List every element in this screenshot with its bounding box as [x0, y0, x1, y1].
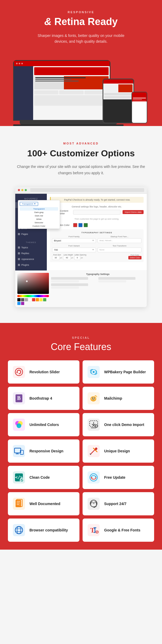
font-size-label: Font Size — [52, 254, 62, 256]
svg-rect-48 — [17, 501, 21, 501]
hue-slider[interactable] — [17, 295, 49, 297]
font-variant-select[interactable]: 700 ▼ — [52, 248, 96, 252]
font-family-label: Font Family — [52, 235, 96, 238]
svg-point-56 — [93, 502, 95, 504]
fallback-font-select[interactable]: Arial, Helveti... — [98, 238, 141, 243]
swatch-yellow[interactable] — [39, 298, 43, 301]
line-height-input[interactable]: 42 — [63, 256, 70, 260]
text-transform-select[interactable]: None — [98, 248, 141, 252]
svg-text:S: S — [96, 531, 98, 534]
well-documented-icon-wrap — [12, 497, 26, 511]
swatch-gray[interactable] — [21, 298, 24, 301]
swatch-black[interactable] — [17, 298, 21, 301]
hero-sublabel: RESPONSIVE — [11, 11, 151, 14]
select-color-button[interactable]: Select Color — [128, 256, 141, 259]
color-picker-section: Typography Settings — [15, 270, 147, 307]
hero-description: Sharper images & fonts, better quality o… — [31, 33, 131, 45]
text-transform-label: Text Transform — [98, 245, 141, 247]
window-expand-dot — [25, 189, 27, 191]
option-skincolor[interactable]: Skincolor — [47, 221, 58, 224]
fallback-font-label: Startup Font Fam... — [98, 235, 141, 238]
browser-compat-icon — [13, 524, 25, 536]
feature-card-unique-design: Unique Design — [83, 439, 154, 463]
browser-compat-icon-wrap — [12, 523, 26, 537]
option-white[interactable]: White — [47, 217, 58, 221]
font-size-input[interactable]: 32 — [52, 256, 59, 260]
option-dark-red[interactable]: Dark-red — [47, 214, 58, 217]
letter-spacing-unit: px — [81, 256, 83, 259]
option-transparent[interactable]: Transparent — [47, 207, 58, 211]
option-dark-gray[interactable]: Dark-gray — [47, 211, 58, 214]
swatch-red[interactable] — [73, 223, 77, 227]
line-height-group: Line Height 42 px — [63, 254, 73, 260]
demo-import-title: One click Demo Import — [104, 422, 144, 427]
import-button[interactable]: Import Demo data — [123, 210, 144, 214]
line-height-label: Line Height — [63, 254, 73, 256]
swatch-orange[interactable] — [36, 298, 39, 301]
revolution-slider-icon-wrap — [12, 365, 26, 379]
svg-rect-49 — [17, 502, 20, 503]
sidebar-item-appearance[interactable]: Appearance — [15, 256, 47, 262]
fallback-font-field: Startup Font Fam... Arial, Helveti... — [98, 235, 141, 243]
support-title: Support 24/7 — [104, 501, 126, 506]
select-color-btn-wrap: Font Color Select Color — [128, 254, 141, 259]
browser-compat-title: Browser compatibility — [29, 528, 68, 532]
wpbakery-icon-wrap — [87, 365, 100, 379]
dropdown-list: Transparent Dark-gray Dark-red White Ski… — [47, 206, 60, 229]
color-saturation-area[interactable] — [17, 273, 49, 294]
typography-settings-panel: Typography Settings — [51, 273, 145, 290]
font-color-label: Font Color — [128, 254, 141, 256]
option-custom-color[interactable]: Custom Color — [47, 224, 58, 228]
swatch-white-small[interactable] — [28, 298, 32, 301]
customizer-help-text: Then customize the page to get up and ru… — [50, 217, 144, 221]
svg-point-19 — [17, 423, 21, 428]
swatch-blue[interactable] — [78, 223, 83, 227]
replies-icon — [18, 252, 20, 254]
font-variant-row: Font Variant 700 ▼ Text Transform None — [52, 245, 141, 252]
svg-text:B: B — [17, 395, 21, 401]
revolution-slider-icon — [13, 366, 25, 378]
feature-card-free-update: Free Update — [83, 466, 154, 489]
topics-icon — [18, 246, 20, 249]
color-picker-widget — [17, 273, 49, 305]
skin-color-row: Select Skin Color — [50, 223, 144, 227]
font-family-field: Font Family Biryani ▼ — [52, 235, 96, 243]
responsive-design-icon-wrap — [12, 444, 26, 458]
dropdown-arrow: ▼ — [92, 239, 94, 242]
typography-label: Typography Settings — [52, 231, 141, 234]
line-height-unit: px — [71, 256, 73, 259]
svg-point-15 — [96, 396, 97, 397]
svg-rect-53 — [90, 503, 91, 505]
feature-card-bootstrap: B Boothstrap 4 — [8, 387, 79, 410]
letter-spacing-input[interactable]: 0 — [74, 256, 80, 260]
blog-settings-item — [51, 277, 97, 282]
wpbakery-title: WPBakery Page Builder — [104, 370, 146, 374]
swatch-red2[interactable] — [32, 298, 35, 301]
demo-import-icon-wrap — [87, 418, 100, 432]
font-size-group: Font Size 32 px — [52, 254, 62, 260]
sidebar-item-plugins[interactable]: Plugins — [15, 262, 47, 268]
google-fonts-icon: T S — [88, 524, 100, 536]
clean-code-title: Clean Code — [29, 475, 50, 480]
feature-card-revolution-slider: Revolution Slider — [8, 360, 79, 384]
swatch-purple[interactable] — [21, 302, 24, 305]
unlimited-colors-icon-wrap — [12, 418, 26, 432]
customizer-preview: MoverEz Options Posts Events Media — [15, 187, 147, 307]
color-swatches-row — [17, 298, 49, 305]
svg-rect-38 — [88, 471, 100, 483]
sidebar-item-replies[interactable]: Replies — [15, 250, 47, 256]
swatch-green[interactable] — [84, 223, 88, 227]
service-label-bar — [51, 283, 88, 286]
font-family-select[interactable]: Biryani ▼ — [52, 238, 96, 243]
content-importer-input[interactable] — [73, 210, 120, 215]
feature-card-google-fonts: T S Google & Free Fonts — [83, 519, 154, 542]
free-update-icon-wrap — [87, 471, 100, 484]
revolution-slider-title: Revolution Slider — [29, 370, 60, 374]
bootstrap-icon: B — [13, 392, 25, 404]
sidebar-item-topics[interactable]: Topics — [15, 245, 47, 250]
swatch-green[interactable] — [43, 298, 46, 301]
sidebar-item-pages[interactable]: Pages — [15, 231, 47, 237]
swatch-light-gray[interactable] — [25, 298, 28, 301]
font-size-unit: px — [60, 256, 62, 259]
swatch-blue2[interactable] — [17, 302, 21, 305]
